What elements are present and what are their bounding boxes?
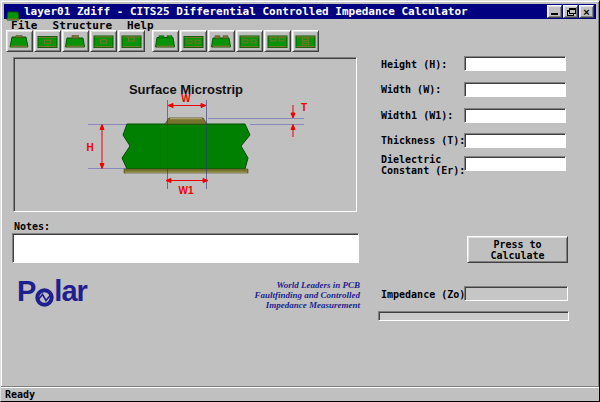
close-icon: × [583, 7, 589, 17]
broadside-coupled-stripline-icon [295, 34, 316, 49]
polar-logo: P lar [17, 278, 87, 304]
toolbar-diff-surface-microstrip-button[interactable] [152, 30, 179, 52]
toolbar-surface-microstrip-button[interactable] [6, 30, 33, 52]
window-title: layer01 Zdiff - CITS25 Differential Cont… [24, 4, 468, 19]
height-label: Height (H): [381, 59, 447, 70]
dim-label-w1: W1 [179, 185, 194, 196]
dim-label-h: H [86, 142, 93, 153]
structure-diagram-panel: Surface Microstrip [13, 57, 357, 212]
trace-shape [165, 118, 207, 124]
toolbar-centered-stripline-button[interactable] [90, 30, 117, 52]
app-window: layer01 Zdiff - CITS25 Differential Cont… [0, 0, 600, 402]
polar-o-icon [35, 284, 54, 303]
diff-centered-stripline-icon [239, 34, 260, 49]
toolbar-broadside-coupled-stripline-button[interactable] [292, 30, 319, 52]
calculate-button[interactable]: Press to Calculate [467, 236, 568, 263]
progress-bar [378, 311, 569, 321]
client-area: Surface Microstrip [4, 54, 596, 385]
brand-tagline: World Leaders in PCB Faultfinding and Co… [174, 280, 360, 310]
substrate-shape [122, 124, 250, 169]
diff-coated-microstrip-icon [211, 34, 232, 49]
embedded-microstrip-icon [37, 34, 58, 49]
toolbar-diff-centered-stripline-button[interactable] [236, 30, 263, 52]
surface-microstrip-diagram: Surface Microstrip [14, 58, 356, 211]
toolbar-embedded-microstrip-button[interactable] [34, 30, 61, 52]
restore-icon [567, 8, 576, 16]
dim-label-w: W [181, 93, 191, 104]
toolbar-diff-embedded-microstrip-button[interactable] [180, 30, 207, 52]
dim-label-t: T [301, 102, 307, 113]
diff-offset-stripline-icon [267, 34, 288, 49]
width-input[interactable] [464, 82, 566, 97]
coated-microstrip-icon [65, 34, 86, 49]
toolbar [4, 30, 596, 55]
toolbar-diff-coated-microstrip-button[interactable] [208, 30, 235, 52]
offset-stripline-icon [121, 34, 142, 49]
thickness-label: Thickness (T): [381, 135, 465, 146]
width1-label: Width1 (W1): [381, 110, 453, 121]
app-icon [6, 6, 20, 17]
restore-button[interactable] [563, 5, 578, 18]
minimize-button[interactable] [547, 5, 562, 18]
close-button[interactable]: × [579, 5, 594, 18]
notes-label: Notes: [14, 221, 50, 232]
toolbar-coated-microstrip-button[interactable] [62, 30, 89, 52]
thickness-input[interactable] [464, 133, 566, 148]
status-text: Ready [5, 389, 35, 400]
height-input[interactable] [464, 56, 566, 71]
surface-microstrip-icon [9, 34, 30, 49]
diff-surface-microstrip-icon [155, 34, 176, 49]
toolbar-offset-stripline-button[interactable] [118, 30, 145, 52]
dielectric-input[interactable] [464, 156, 566, 171]
centered-stripline-icon [93, 34, 114, 49]
impedance-result-field [464, 286, 568, 301]
statusbar: Ready [1, 386, 599, 401]
dielectric-label: DielectricConstant (Er): [381, 154, 465, 176]
toolbar-diff-offset-stripline-button[interactable] [264, 30, 291, 52]
titlebar[interactable]: layer01 Zdiff - CITS25 Differential Cont… [4, 4, 596, 19]
width1-input[interactable] [464, 108, 566, 123]
ground-plane-shape [124, 169, 248, 173]
width-label: Width (W): [381, 84, 441, 95]
diff-embedded-microstrip-icon [183, 34, 204, 49]
impedance-label: Impedance (Zo): [381, 289, 471, 300]
minimize-icon [551, 13, 558, 15]
notes-textarea[interactable] [12, 233, 359, 263]
